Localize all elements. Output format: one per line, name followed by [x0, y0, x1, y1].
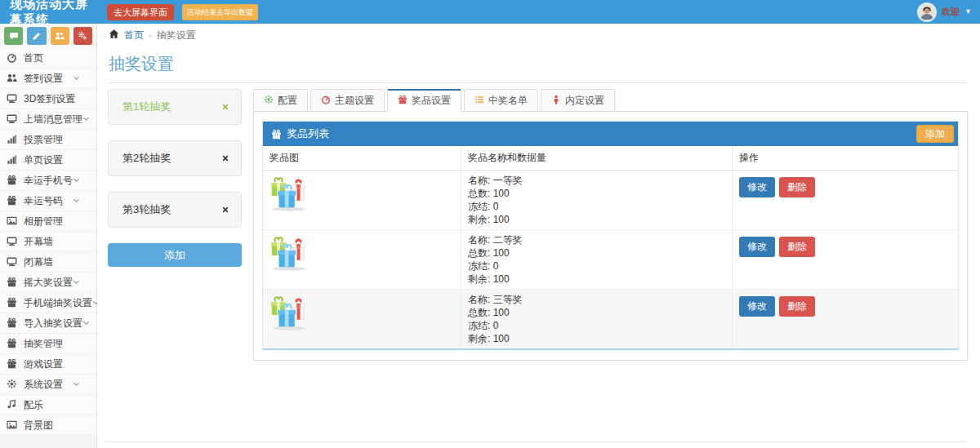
gear-icon — [264, 95, 274, 107]
prize-detail-line: 剩余: 100 — [468, 273, 725, 286]
table-row: 名称: 三等奖总数: 100冻结: 0剩余: 100修改删除 — [263, 290, 958, 349]
rounds-list: 第1轮抽奖第2轮抽奖第3轮抽奖 — [108, 89, 242, 228]
quick-button-gears[interactable] — [74, 27, 92, 45]
prize-detail-line: 冻结: 0 — [468, 200, 725, 213]
sidebar-item[interactable]: 3D签到设置 — [0, 89, 96, 109]
tab-area: 配置主题设置奖品设置中奖名单内定设置 奖品列表 添加 奖品图奖品名称和数据量操作… — [253, 89, 968, 361]
edit-button[interactable]: 修改 — [739, 296, 775, 317]
dashboard-icon — [7, 52, 18, 64]
sidebar-item-label: 签到设置 — [24, 72, 63, 86]
tab-label: 主题设置 — [335, 94, 374, 108]
chart-bars-icon — [7, 134, 18, 145]
sidebar-item[interactable]: 游戏设置 — [0, 354, 96, 375]
breadcrumb-home-link[interactable]: 首页 — [124, 29, 144, 42]
chevron-down-icon — [73, 195, 84, 206]
breadcrumb-separator: › — [149, 30, 152, 40]
gift-boxes-image — [270, 233, 309, 273]
prize-detail-line: 总数: 100 — [468, 306, 725, 319]
sidebar-item[interactable]: 相册管理 — [0, 211, 96, 232]
gift-icon — [7, 195, 18, 206]
caret-down-icon: ▼ — [964, 8, 972, 16]
chevron-down-icon — [82, 317, 94, 329]
close-icon[interactable] — [221, 154, 229, 162]
tab-label: 奖品设置 — [412, 94, 451, 108]
close-icon[interactable] — [221, 103, 229, 111]
sidebar-item[interactable]: 首页 — [0, 48, 96, 69]
monitor-icon — [7, 256, 18, 268]
sidebar-item[interactable]: 投票管理 — [0, 130, 96, 150]
sidebar-item[interactable]: 系统设置 — [0, 375, 96, 395]
sidebar-item[interactable]: 导入抽奖设置 — [0, 313, 96, 334]
gift-icon — [7, 358, 18, 370]
monitor-icon — [7, 93, 18, 104]
chevron-down-icon — [73, 277, 84, 288]
chevron-down-icon — [73, 379, 84, 390]
close-icon[interactable] — [221, 206, 229, 214]
sidebar-item-label: 配乐 — [24, 398, 43, 412]
sidebar-item[interactable]: 背景图 — [0, 415, 96, 436]
sidebar-item[interactable]: 签到设置 — [0, 69, 96, 89]
monitor-icon — [7, 236, 18, 247]
tab-奖品设置[interactable]: 奖品设置 — [387, 89, 461, 112]
sidebar-item-label: 游戏设置 — [24, 357, 63, 371]
rounds-column: 第1轮抽奖第2轮抽奖第3轮抽奖 添加 — [108, 89, 242, 361]
sidebar-item[interactable]: 上墙消息管理 — [0, 109, 96, 130]
table-header: 奖品图 — [263, 146, 461, 171]
edit-button[interactable]: 修改 — [739, 237, 775, 257]
quick-button-pencil[interactable] — [27, 27, 46, 45]
sidebar-item[interactable]: 摇大奖设置 — [0, 273, 96, 293]
gift-icon — [7, 338, 18, 349]
sidebar-item[interactable]: 配乐 — [0, 395, 96, 415]
tab-label: 中奖名单 — [488, 94, 528, 108]
content: 首页 › 抽奖设置 抽奖设置 第1轮抽奖第2轮抽奖第3轮抽奖 添加 配置主题设置… — [97, 24, 980, 448]
sidebar-item[interactable]: 抽奖管理 — [0, 334, 96, 354]
round-card[interactable]: 第2轮抽奖 — [108, 140, 242, 176]
chevron-down-icon — [82, 113, 94, 125]
tab-内定设置[interactable]: 内定设置 — [541, 89, 615, 112]
prize-panel-title: 奖品列表 — [287, 126, 329, 141]
sidebar-item[interactable]: 闭幕墙 — [0, 252, 96, 273]
edit-button[interactable]: 修改 — [739, 177, 775, 197]
tab-配置[interactable]: 配置 — [253, 89, 308, 112]
comment-icon — [9, 31, 19, 41]
chevron-down-icon — [73, 175, 84, 186]
delete-button[interactable]: 删除 — [779, 237, 815, 257]
dashboard-icon — [321, 95, 331, 107]
users-icon — [55, 31, 65, 41]
round-card[interactable]: 第1轮抽奖 — [108, 89, 242, 125]
sidebar: 首页签到设置3D签到设置上墙消息管理投票管理单页设置幸运手机号幸运号码相册管理开… — [0, 24, 97, 448]
round-card[interactable]: 第3轮抽奖 — [108, 192, 242, 228]
welcome-label: 欢迎 — [942, 6, 960, 18]
user-avatar[interactable] — [917, 2, 937, 22]
quick-button-users[interactable] — [51, 27, 69, 45]
chart-bars-icon — [7, 154, 18, 166]
user-menu[interactable]: 欢迎 ▼ — [917, 2, 980, 22]
add-round-button[interactable]: 添加 — [108, 243, 242, 267]
go-bigscreen-button[interactable]: 去大屏幕界面 — [107, 4, 174, 20]
round-label: 第3轮抽奖 — [122, 202, 171, 217]
sidebar-item-label: 首页 — [24, 51, 43, 65]
export-data-button[interactable]: 活动结束去导出数据 — [182, 4, 258, 20]
sidebar-item[interactable]: 开幕墙 — [0, 232, 96, 252]
sidebar-item[interactable]: 幸运号码 — [0, 191, 96, 211]
delete-button[interactable]: 删除 — [779, 177, 815, 197]
gift-boxes-image — [270, 293, 309, 332]
tab-主题设置[interactable]: 主题设置 — [310, 89, 385, 112]
prize-detail-line: 冻结: 0 — [468, 319, 725, 332]
sidebar-item-label: 幸运手机号 — [24, 174, 73, 188]
tabs-nav: 配置主题设置奖品设置中奖名单内定设置 — [253, 89, 968, 112]
quick-button-comment[interactable] — [4, 27, 23, 45]
prize-list-panel: 奖品列表 添加 奖品图奖品名称和数据量操作 名称: 一等奖总数: 100冻结: … — [262, 121, 959, 350]
tab-中奖名单[interactable]: 中奖名单 — [464, 89, 538, 112]
chevron-down-icon — [73, 73, 84, 84]
delete-button[interactable]: 删除 — [779, 296, 815, 317]
sidebar-item[interactable]: 手机端抽奖设置 — [0, 293, 96, 313]
sidebar-item-label: 3D签到设置 — [24, 92, 75, 106]
sidebar-item[interactable]: 单页设置 — [0, 150, 96, 171]
sidebar-item[interactable]: 幸运手机号 — [0, 171, 96, 191]
sidebar-item-label: 摇大奖设置 — [24, 276, 73, 290]
male-icon — [551, 95, 561, 107]
sidebar-item-label: 幸运号码 — [24, 194, 63, 208]
table-row: 名称: 一等奖总数: 100冻结: 0剩余: 100修改删除 — [263, 171, 958, 230]
add-prize-button[interactable]: 添加 — [916, 125, 954, 143]
